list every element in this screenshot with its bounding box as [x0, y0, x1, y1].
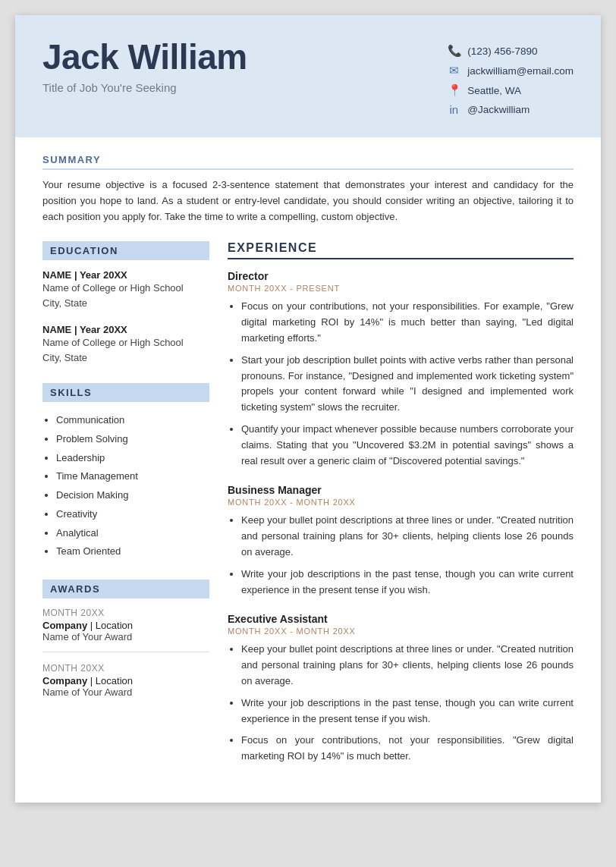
- award-month-2: MONTH 20XX: [42, 663, 209, 674]
- skill-item: Team Oriented: [56, 542, 209, 561]
- contact-email: ✉ jackwilliam@email.com: [448, 64, 574, 77]
- award-company-1: Company | Location: [42, 620, 209, 631]
- job-title-1: Director: [228, 270, 574, 282]
- header-left: Jack William Title of Job You're Seeking: [42, 38, 247, 94]
- job-title-2: Business Manager: [228, 484, 574, 496]
- location-icon: 📍: [448, 83, 460, 97]
- job-bullets-2: Keep your bullet point descriptions at t…: [228, 513, 574, 598]
- skill-item: Problem Solving: [56, 430, 209, 449]
- resume-header: Jack William Title of Job You're Seeking…: [15, 15, 601, 137]
- skill-item: Time Management: [56, 467, 209, 486]
- education-entry-2: NAME | Year 20XX Name of College or High…: [42, 324, 209, 365]
- experience-heading: EXPERIENCE: [228, 241, 574, 259]
- job-bullet: Start your job description bullet points…: [241, 353, 574, 416]
- candidate-name: Jack William: [42, 38, 247, 77]
- skill-item: Communication: [56, 411, 209, 430]
- summary-text: Your resume objective is a focused 2-3-s…: [42, 177, 574, 225]
- award-divider: [42, 652, 209, 652]
- job-title-3: Executive Assistant: [228, 613, 574, 625]
- right-column: EXPERIENCE Director MONTH 20XX - PRESENT…: [228, 241, 574, 780]
- edu-school-2: Name of College or High School: [42, 335, 209, 350]
- skill-item: Creativity: [56, 505, 209, 524]
- job-period-1: MONTH 20XX - PRESENT: [228, 284, 574, 293]
- job-bullet: Write your job descriptions in the past …: [241, 696, 574, 727]
- summary-section: SUMMARY Your resume objective is a focus…: [42, 154, 574, 225]
- edu-name-2: NAME | Year 20XX: [42, 324, 209, 335]
- header-contact-info: 📞 (123) 456-7890 ✉ jackwilliam@email.com…: [448, 38, 574, 116]
- contact-location: 📍 Seattle, WA: [448, 83, 574, 97]
- edu-location-2: City, State: [42, 350, 209, 366]
- phone-icon: 📞: [448, 44, 460, 58]
- resume-body: SUMMARY Your resume objective is a focus…: [15, 137, 601, 803]
- two-column-layout: EDUCATION NAME | Year 20XX Name of Colle…: [42, 241, 574, 780]
- job-bullet: Keep your bullet point descriptions at t…: [241, 513, 574, 560]
- education-heading: EDUCATION: [42, 241, 209, 260]
- job-bullets-3: Keep your bullet point descriptions at t…: [228, 642, 574, 765]
- summary-heading: SUMMARY: [42, 154, 574, 170]
- edu-location-1: City, State: [42, 296, 209, 311]
- award-entry-2: MONTH 20XX Company | Location Name of Yo…: [42, 663, 209, 698]
- edu-name-1: NAME | Year 20XX: [42, 269, 209, 281]
- award-company-2: Company | Location: [42, 675, 209, 686]
- contact-phone: 📞 (123) 456-7890: [448, 44, 574, 58]
- job-bullet: Focus on your contributions, not your re…: [241, 299, 574, 346]
- award-month-1: MONTH 20XX: [42, 608, 209, 618]
- skill-item: Leadership: [56, 449, 209, 468]
- skill-item: Decision Making: [56, 486, 209, 505]
- job-period-2: MONTH 20XX - MONTH 20XX: [228, 498, 574, 507]
- job-entry-2: Business Manager MONTH 20XX - MONTH 20XX…: [228, 484, 574, 598]
- skills-heading: SKILLS: [42, 383, 209, 402]
- job-period-3: MONTH 20XX - MONTH 20XX: [228, 627, 574, 636]
- linkedin-icon: in: [448, 103, 460, 116]
- job-bullet: Keep your bullet point descriptions at t…: [241, 642, 574, 689]
- email-icon: ✉: [448, 64, 460, 77]
- job-entry-1: Director MONTH 20XX - PRESENT Focus on y…: [228, 270, 574, 469]
- skill-item: Analytical: [56, 524, 209, 543]
- job-bullets-1: Focus on your contributions, not your re…: [228, 299, 574, 469]
- education-section: EDUCATION NAME | Year 20XX Name of Colle…: [42, 241, 209, 365]
- education-entry-1: NAME | Year 20XX Name of College or High…: [42, 269, 209, 310]
- job-bullet: Quantify your impact whenever possible b…: [241, 422, 574, 469]
- job-entry-3: Executive Assistant MONTH 20XX - MONTH 2…: [228, 613, 574, 765]
- resume-document: Jack William Title of Job You're Seeking…: [15, 15, 601, 803]
- awards-heading: AWARDS: [42, 580, 209, 598]
- award-name-2: Name of Your Award: [42, 686, 209, 698]
- skills-list: Communication Problem Solving Leadership…: [42, 411, 209, 561]
- contact-linkedin: in @Jackwilliam: [448, 103, 574, 116]
- candidate-job-title: Title of Job You're Seeking: [42, 81, 247, 94]
- job-bullet: Focus on your contributions, not your re…: [241, 733, 574, 765]
- left-column: EDUCATION NAME | Year 20XX Name of Colle…: [42, 241, 209, 780]
- award-name-1: Name of Your Award: [42, 631, 209, 642]
- edu-school-1: Name of College or High School: [42, 281, 209, 296]
- awards-section: AWARDS MONTH 20XX Company | Location Nam…: [42, 580, 209, 698]
- award-entry-1: MONTH 20XX Company | Location Name of Yo…: [42, 608, 209, 642]
- skills-section: SKILLS Communication Problem Solving Lea…: [42, 383, 209, 561]
- job-bullet: Write your job descriptions in the past …: [241, 567, 574, 598]
